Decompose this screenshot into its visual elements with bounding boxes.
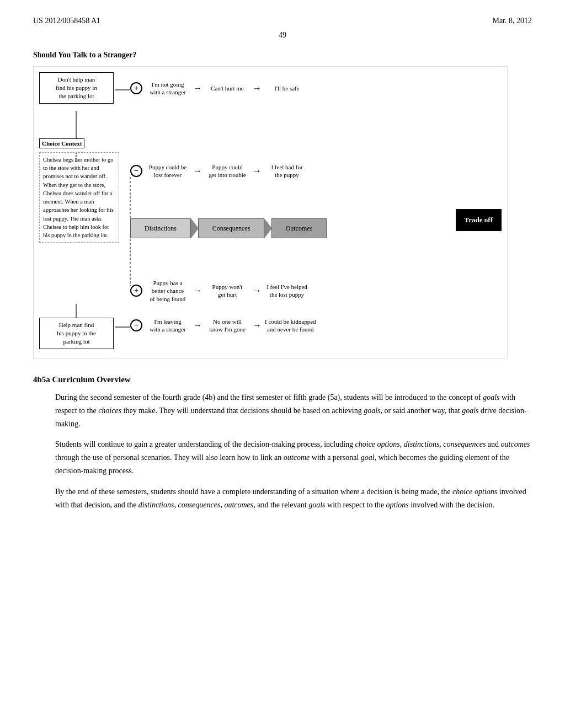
option-bottom-box: Help man findhis puppy in theparking lot bbox=[39, 318, 114, 349]
page-header: US 2012/0058458 A1 Mar. 8, 2012 bbox=[33, 17, 532, 25]
consequence-4: No one willknow I'm gone bbox=[205, 318, 249, 334]
plus-icon-1: + bbox=[130, 82, 142, 94]
diagram-title: Should You Talk to a Stranger? bbox=[33, 51, 532, 60]
arrow-2a: → bbox=[193, 166, 202, 176]
minus-icon-4: − bbox=[130, 319, 142, 331]
trade-off-box: Trade off bbox=[456, 209, 502, 231]
arrow-1a: → bbox=[193, 83, 202, 93]
curriculum-paragraph-2: Students will continue to gain a greater… bbox=[55, 438, 532, 477]
distinction-3: Puppy has abetter chanceof being found bbox=[146, 279, 190, 303]
consequence-2: Puppy couldget into trouble bbox=[205, 163, 249, 179]
flow-row-3: + Puppy has abetter chanceof being found… bbox=[130, 279, 309, 303]
choice-context-label: Choice Context bbox=[39, 138, 84, 148]
minus-icon-2: − bbox=[130, 165, 142, 177]
curriculum-heading: 4b5a Curriculum Overview bbox=[33, 375, 532, 384]
diagram-container: Don't help manfind his puppy inthe parki… bbox=[33, 66, 508, 358]
flow-row-2: − Puppy could belost forever → Puppy cou… bbox=[130, 163, 309, 179]
arrow-4a: → bbox=[193, 320, 202, 330]
dco-bar: Distinctions Consequences Outcomes bbox=[130, 218, 327, 238]
option-top-box: Don't help manfind his puppy inthe parki… bbox=[39, 72, 114, 104]
arrow-2b: → bbox=[253, 166, 262, 176]
arrow-4b: → bbox=[253, 320, 262, 330]
distinctions-segment: Distinctions bbox=[130, 218, 191, 238]
flow-row-4: − I'm leavingwith a stranger → No one wi… bbox=[130, 318, 316, 334]
flow-row-1: + I'm not goingwith a stranger → Can't h… bbox=[130, 81, 309, 97]
outcomes-segment: Outcomes bbox=[271, 218, 327, 238]
consequence-3: Puppy won'tget hurt bbox=[205, 283, 249, 299]
distinction-2: Puppy could belost forever bbox=[146, 163, 190, 179]
arrow-3a: → bbox=[193, 286, 202, 296]
curriculum-paragraph-1: During the second semester of the fourth… bbox=[55, 391, 532, 430]
outcome-1: I'll be safe bbox=[265, 84, 309, 92]
patent-date: Mar. 8, 2012 bbox=[492, 17, 532, 25]
distinction-4: I'm leavingwith a stranger bbox=[146, 318, 190, 334]
outcome-2: I feel bad forthe puppy bbox=[265, 163, 309, 179]
scenario-text-box: Chelsea begs her mother to go to the sto… bbox=[39, 152, 119, 243]
outcome-4: I could be kidnappedand never be found bbox=[265, 318, 316, 334]
curriculum-paragraph-3: By the end of these semesters, students … bbox=[55, 485, 532, 512]
curriculum-section: 4b5a Curriculum Overview During the seco… bbox=[33, 375, 532, 511]
arrow-1b: → bbox=[253, 83, 262, 93]
patent-number: US 2012/0058458 A1 bbox=[33, 17, 100, 25]
consequence-1: Can't hurt me bbox=[205, 84, 249, 92]
arrow-3b: → bbox=[253, 286, 262, 296]
page-number: 49 bbox=[33, 31, 532, 40]
plus-icon-3: + bbox=[130, 285, 142, 297]
distinction-1: I'm not goingwith a stranger bbox=[146, 81, 190, 97]
outcome-3: I feel I've helpedthe lost puppy bbox=[265, 283, 309, 299]
consequences-segment: Consequences bbox=[198, 218, 264, 238]
